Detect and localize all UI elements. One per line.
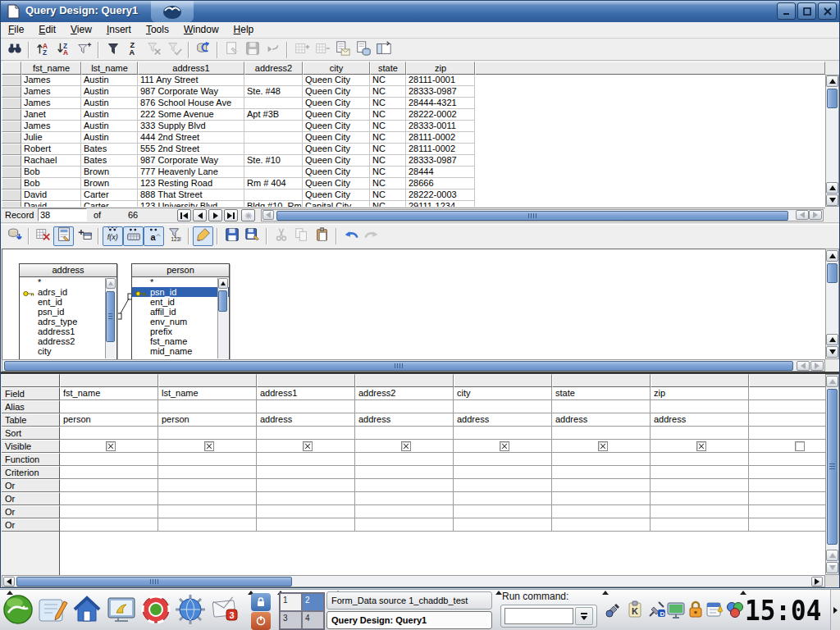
table-box-title[interactable]: person [132,264,229,277]
grid-cell[interactable] [454,427,552,440]
grid-cell[interactable] [749,505,825,518]
table-row[interactable]: RachaelBates987 Corporate WaySte. #10Que… [2,155,825,167]
table-cell[interactable]: 28111-0002 [406,132,475,144]
row-header[interactable] [2,144,21,155]
scroll-down-button[interactable] [826,346,838,358]
data-to-text-button[interactable] [332,40,353,60]
table-cell[interactable]: NC [370,98,406,109]
table-cell[interactable]: NC [370,178,406,189]
grid-cell[interactable]: address1 [257,387,355,400]
table-cell[interactable]: 28444 [406,167,475,178]
grid-column-header[interactable] [158,374,257,387]
grid-cell[interactable] [60,440,158,453]
visible-checkbox[interactable] [106,441,116,451]
field-item[interactable]: city [20,346,116,356]
grid-cell[interactable] [454,479,552,492]
grid-cell[interactable] [355,479,454,492]
table-row[interactable]: JamesAustin111 Any StreetQueen CityNC281… [2,75,825,86]
add-table-button[interactable] [74,226,94,246]
table-cell[interactable]: 888 That Street [138,189,244,201]
table-cell[interactable]: 28222-0002 [406,109,475,121]
field-item[interactable]: affil_id [132,307,229,317]
table-cell[interactable]: Queen City [303,86,370,98]
first-record-button[interactable] [177,209,191,221]
table-cell[interactable] [244,189,303,201]
undo-button[interactable] [340,226,361,246]
grid-cell[interactable] [749,413,825,427]
grid-cell[interactable] [651,518,749,532]
scroll-thumb[interactable] [16,577,292,587]
menu-help[interactable]: Help [226,22,262,38]
column-header-lst_name[interactable]: lst_name [81,62,138,75]
column-header-state[interactable]: state [370,62,406,75]
grid-cell[interactable] [158,466,257,479]
web-browser-icon[interactable] [174,593,207,628]
grid-cell[interactable] [651,453,749,466]
column-header-address2[interactable]: address2 [244,62,303,75]
table-cell[interactable]: James [21,86,81,98]
close-button[interactable] [818,2,837,20]
table-cell[interactable]: Bob [21,178,81,189]
field-item[interactable]: mid_name [132,346,229,356]
table-cell[interactable]: 28222-0003 [406,189,475,201]
row-header[interactable] [2,98,21,109]
table-cell[interactable]: NC [370,109,406,121]
display-icon[interactable] [666,600,686,619]
task-button[interactable]: Query Design: Query1 [326,611,492,629]
wallet-icon[interactable] [686,600,705,619]
table-cell[interactable] [244,121,303,132]
clear-query-button[interactable] [33,226,53,246]
grid-column-header[interactable] [454,374,552,387]
table-cell[interactable]: 123 University Blvd [138,201,244,207]
grid-cell[interactable] [651,440,749,453]
table-cell[interactable]: NC [370,132,406,144]
grid-cell[interactable]: address [552,413,651,427]
grid-cell[interactable]: fst_name [60,387,158,400]
grid-cell[interactable]: person [60,413,158,427]
grid-cell[interactable] [651,466,749,479]
help-center-icon[interactable] [139,593,172,628]
table-row[interactable]: DavidCarter888 That StreetQueen CityNC28… [2,189,825,201]
grid-row-label[interactable]: Or [2,479,60,492]
table-cell[interactable]: Queen City [303,155,370,167]
field-item[interactable]: adrs_id [20,287,116,297]
table-cell[interactable]: 28111-0001 [406,75,475,86]
table-cell[interactable]: James [21,75,81,86]
row-header[interactable] [2,189,21,201]
find-record-button[interactable] [4,40,25,60]
run-command-input[interactable] [504,608,573,624]
logout-button[interactable] [251,612,271,630]
run-query-button[interactable] [4,226,25,246]
grid-cell[interactable] [60,400,158,413]
scroll-down-button[interactable] [826,194,838,206]
grid-cell[interactable] [355,505,454,518]
lock-session-button[interactable] [251,593,271,611]
scroll-thumb[interactable] [4,361,793,371]
table-cell[interactable]: 876 School House Ave [138,98,244,109]
grid-cell[interactable] [355,400,454,413]
field-item[interactable]: prefix [132,326,229,336]
table-cell[interactable] [244,144,303,155]
grid-cell[interactable] [257,400,355,413]
grid-cell[interactable] [454,453,552,466]
sort-ascending-button[interactable]: AZ [33,40,53,60]
table-row[interactable]: JamesAustin876 School House AveQueen Cit… [2,98,825,109]
table-cell[interactable] [244,75,303,86]
minimize-button[interactable] [777,2,796,20]
table-cell[interactable]: Ste. #48 [244,86,303,98]
scroll-left-button[interactable] [3,577,15,587]
table-row[interactable]: JamesAustin333 Supply BlvdQueen CityNC28… [2,121,825,132]
grid-cell[interactable]: address [454,413,552,427]
grid-cell[interactable] [552,479,651,492]
scroll-right-button[interactable] [811,577,823,587]
field-item[interactable]: * [20,277,116,287]
field-item[interactable]: ent_id [20,297,116,307]
field-item[interactable]: * [132,277,229,287]
table-cell[interactable]: 111 Any Street [138,75,244,86]
table-cell[interactable]: 222 Some Avenue [138,109,244,121]
title-bar[interactable]: Query Design: Query1 [1,1,839,22]
scroll-thumb[interactable] [218,290,227,312]
grid-cell[interactable] [552,518,651,532]
mixer-icon[interactable] [725,600,745,619]
table-row[interactable]: JamesAustin987 Corporate WaySte. #48Quee… [2,86,825,98]
